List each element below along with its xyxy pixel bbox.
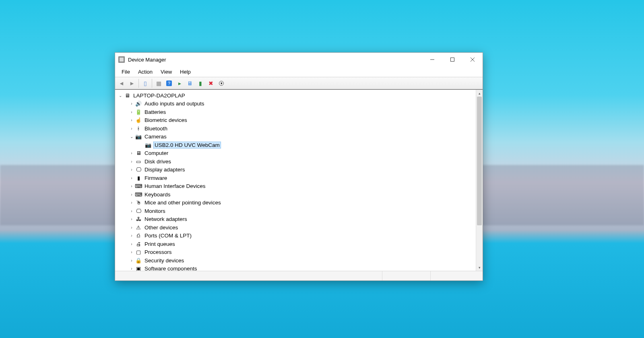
device-icon: 🔒 [135, 257, 142, 264]
tree-item-label: Disk drives [144, 159, 172, 165]
monitor-icon: 🖥 [187, 80, 193, 87]
enable-icon: ▮ [199, 80, 202, 87]
tree-item-biometric-devices[interactable]: ›☝Biometric devices [118, 116, 483, 125]
chevron-right-icon[interactable]: › [129, 118, 134, 122]
tree-item-monitors[interactable]: ›🖵Monitors [118, 207, 483, 215]
tree-item-disk-drives[interactable]: ›▭Disk drives [118, 157, 483, 166]
tree-item-label: Display adapters [144, 167, 186, 173]
tree-item-security-devices[interactable]: ›🔒Security devices [118, 256, 483, 265]
chevron-down-icon[interactable]: ⌄ [129, 134, 134, 139]
help-button[interactable]: ? [164, 78, 174, 88]
chevron-right-icon[interactable]: › [129, 266, 134, 271]
chevron-right-icon[interactable]: › [129, 167, 134, 172]
chevron-right-icon[interactable]: › [129, 126, 134, 131]
device-icon: 🖥 [135, 150, 142, 157]
forward-button[interactable]: ► [127, 78, 137, 88]
app-icon [118, 56, 125, 63]
chevron-right-icon[interactable]: › [129, 250, 134, 254]
toolbar-separator [138, 79, 139, 88]
tree-item-cameras[interactable]: ⌄📷Cameras [118, 133, 483, 141]
chevron-right-icon[interactable]: › [129, 233, 134, 238]
tree-item-processors[interactable]: ›▢Processors [118, 248, 483, 257]
tree-item-network-adapters[interactable]: ›🖧Network adapters [118, 215, 483, 224]
help-icon: ? [166, 80, 172, 86]
update-driver-button[interactable]: 🖥 [185, 78, 195, 88]
show-hidden-button[interactable]: ▯ [140, 78, 150, 88]
device-icon: ☝ [135, 117, 142, 124]
menu-action[interactable]: Action [134, 68, 157, 76]
close-button[interactable] [462, 53, 483, 66]
tree-item-root[interactable]: ⌄🖥LAPTOP-DA2OPLAP [118, 91, 483, 100]
uninstall-icon: ▾ [219, 81, 224, 86]
tree-item-bluetooth[interactable]: ›ᚼBluetooth [118, 124, 483, 133]
scan-hardware-button[interactable]: ▸ [175, 78, 184, 88]
tree-item-label: Network adapters [144, 216, 188, 222]
tree-item-firmware[interactable]: ›▮Firmware [118, 174, 483, 182]
device-icon: 📷 [145, 142, 151, 148]
back-button[interactable]: ◄ [117, 78, 126, 88]
device-icon: ⎙ [135, 233, 142, 239]
scroll-up-button[interactable]: ▴ [476, 90, 483, 97]
tree-item-batteries[interactable]: ›🔋Batteries [118, 108, 483, 116]
toolbar: ◄ ► ▯ ▦ ? ▸ 🖥 ▮ ✖ ▾ [115, 77, 483, 89]
minimize-button[interactable] [422, 53, 442, 66]
tree-item-label: Firmware [144, 175, 168, 181]
tree-item-label: Monitors [144, 208, 166, 214]
device-tree: ⌄🖥LAPTOP-DA2OPLAP›🔊Audio inputs and outp… [115, 90, 483, 271]
device-icon: ▮ [135, 175, 142, 181]
tree-item-audio-inputs-and-outputs[interactable]: ›🔊Audio inputs and outputs [118, 100, 483, 108]
device-icon: ▢ [135, 249, 142, 256]
chevron-right-icon[interactable]: › [129, 101, 134, 106]
disable-device-button[interactable]: ✖ [206, 78, 216, 88]
chevron-down-icon[interactable]: ⌄ [118, 93, 123, 98]
uninstall-device-button[interactable]: ▾ [217, 78, 226, 88]
tree-item-print-queues[interactable]: ›🖨Print queues [118, 240, 483, 248]
scroll-down-button[interactable]: ▾ [476, 264, 483, 271]
chevron-right-icon[interactable]: › [129, 151, 134, 155]
titlebar[interactable]: Device Manager [115, 53, 483, 66]
tree-item-software-components[interactable]: ›▣Software components [118, 265, 483, 271]
tree-container: ⌄🖥LAPTOP-DA2OPLAP›🔊Audio inputs and outp… [115, 89, 483, 271]
tree-item-ports-com-lpt-[interactable]: ›⎙Ports (COM & LPT) [118, 232, 483, 240]
device-icon: 🖵 [135, 208, 142, 214]
arrow-right-icon: ► [129, 80, 135, 87]
chevron-right-icon[interactable]: › [129, 200, 134, 205]
tree-item-computer[interactable]: ›🖥Computer [118, 149, 483, 158]
tree-item-usb2-0-hd-uvc-webcam[interactable]: 📷USB2.0 HD UVC WebCam [118, 141, 483, 149]
tree-item-label: Keyboards [144, 192, 171, 198]
device-icon: ▣ [135, 266, 142, 271]
device-icon: 🔊 [135, 101, 142, 107]
device-tree-scroll[interactable]: ⌄🖥LAPTOP-DA2OPLAP›🔊Audio inputs and outp… [115, 90, 483, 271]
vertical-scrollbar[interactable]: ▴ ▾ [476, 90, 483, 271]
device-icon: 🖥 [124, 92, 130, 99]
svg-rect-1 [451, 58, 454, 62]
enable-device-button[interactable]: ▮ [196, 78, 205, 88]
menu-help[interactable]: Help [176, 68, 195, 76]
maximize-button[interactable] [442, 53, 462, 66]
disable-icon: ✖ [208, 80, 213, 87]
tree-item-human-interface-devices[interactable]: ›⌨Human Interface Devices [118, 182, 483, 191]
chevron-right-icon[interactable]: › [129, 258, 134, 263]
tree-item-label: Other devices [144, 225, 179, 231]
scroll-thumb[interactable] [477, 97, 482, 225]
tree-item-keyboards[interactable]: ›⌨Keyboards [118, 190, 483, 199]
chevron-right-icon[interactable]: › [129, 225, 134, 230]
device-icon: ⌨ [135, 191, 142, 198]
menu-file[interactable]: File [118, 68, 134, 76]
chevron-right-icon[interactable]: › [129, 192, 134, 197]
chevron-right-icon[interactable]: › [129, 209, 134, 213]
chevron-right-icon[interactable]: › [129, 159, 134, 164]
properties-button[interactable]: ▦ [154, 78, 163, 88]
arrow-left-icon: ◄ [119, 80, 124, 87]
chevron-right-icon[interactable]: › [129, 176, 134, 180]
device-icon: 📷 [135, 134, 142, 140]
tree-item-label: Bluetooth [144, 126, 168, 132]
menu-view[interactable]: View [157, 68, 176, 76]
tree-item-other-devices[interactable]: ›⚠Other devices [118, 223, 483, 232]
tree-item-display-adapters[interactable]: ›🖵Display adapters [118, 166, 483, 174]
chevron-right-icon[interactable]: › [129, 184, 134, 188]
tree-item-mice-and-other-pointing-devices[interactable]: ›🖱Mice and other pointing devices [118, 199, 483, 207]
chevron-right-icon[interactable]: › [129, 217, 134, 221]
chevron-right-icon[interactable]: › [129, 242, 134, 246]
chevron-right-icon[interactable]: › [129, 110, 134, 114]
